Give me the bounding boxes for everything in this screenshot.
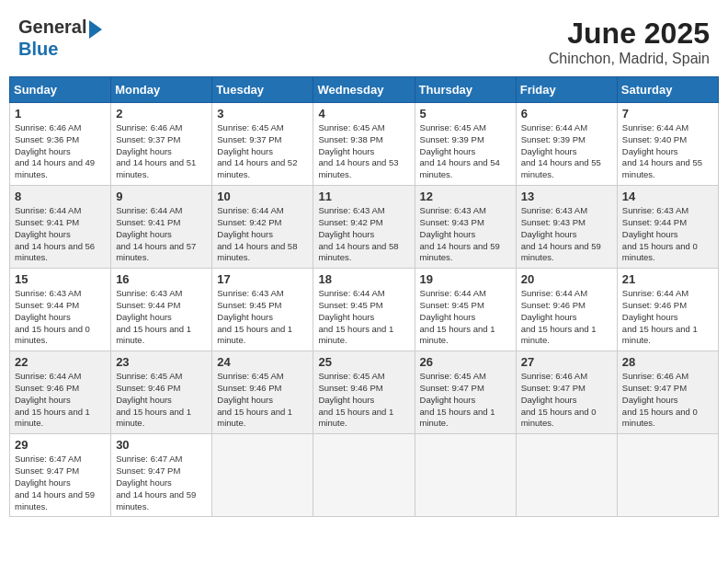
table-row: 26 Sunrise: 6:45 AMSunset: 9:47 PMDaylig… <box>415 351 516 434</box>
table-row: 22 Sunrise: 6:44 AMSunset: 9:46 PMDaylig… <box>10 351 111 434</box>
table-row: 2 Sunrise: 6:46 AMSunset: 9:37 PMDayligh… <box>111 103 212 186</box>
table-row: 3 Sunrise: 6:45 AMSunset: 9:37 PMDayligh… <box>212 103 313 186</box>
table-row: 6 Sunrise: 6:44 AMSunset: 9:39 PMDayligh… <box>516 103 617 186</box>
table-row: 14 Sunrise: 6:43 AMSunset: 9:44 PMDaylig… <box>617 186 718 269</box>
logo-blue-text: Blue <box>18 39 58 59</box>
page-header: General Blue June 2025 Chinchon, Madrid,… <box>9 9 719 71</box>
table-row <box>617 434 718 517</box>
table-row: 1 Sunrise: 6:46 AMSunset: 9:36 PMDayligh… <box>10 103 111 186</box>
logo: General Blue <box>18 17 102 60</box>
table-row: 10 Sunrise: 6:44 AMSunset: 9:42 PMDaylig… <box>212 186 313 269</box>
calendar-table: Sunday Monday Tuesday Wednesday Thursday… <box>9 76 719 517</box>
table-row <box>212 434 313 517</box>
table-row: 7 Sunrise: 6:44 AMSunset: 9:40 PMDayligh… <box>617 103 718 186</box>
table-row: 19 Sunrise: 6:44 AMSunset: 9:45 PMDaylig… <box>415 269 516 351</box>
col-sunday: Sunday <box>10 77 111 103</box>
col-friday: Friday <box>516 77 617 103</box>
table-row: 24 Sunrise: 6:45 AMSunset: 9:46 PMDaylig… <box>212 351 313 434</box>
col-monday: Monday <box>111 77 212 103</box>
table-row: 27 Sunrise: 6:46 AMSunset: 9:47 PMDaylig… <box>516 351 617 434</box>
calendar-week-row: 22 Sunrise: 6:44 AMSunset: 9:46 PMDaylig… <box>10 351 719 434</box>
title-area: June 2025 Chinchon, Madrid, Spain <box>549 17 710 67</box>
table-row: 25 Sunrise: 6:45 AMSunset: 9:46 PMDaylig… <box>313 351 415 434</box>
calendar-week-row: 8 Sunrise: 6:44 AMSunset: 9:41 PMDayligh… <box>10 186 719 269</box>
table-row: 18 Sunrise: 6:44 AMSunset: 9:45 PMDaylig… <box>313 269 415 351</box>
logo-general: General <box>18 17 86 37</box>
table-row: 20 Sunrise: 6:44 AMSunset: 9:46 PMDaylig… <box>516 269 617 351</box>
table-row: 21 Sunrise: 6:44 AMSunset: 9:46 PMDaylig… <box>617 269 718 351</box>
calendar-week-row: 15 Sunrise: 6:43 AMSunset: 9:44 PMDaylig… <box>10 269 719 351</box>
table-row <box>516 434 617 517</box>
table-row: 23 Sunrise: 6:45 AMSunset: 9:46 PMDaylig… <box>111 351 212 434</box>
calendar-header-row: Sunday Monday Tuesday Wednesday Thursday… <box>10 77 719 103</box>
month-title: June 2025 <box>549 17 710 51</box>
table-row: 8 Sunrise: 6:44 AMSunset: 9:41 PMDayligh… <box>10 186 111 269</box>
table-row: 28 Sunrise: 6:46 AMSunset: 9:47 PMDaylig… <box>617 351 718 434</box>
col-thursday: Thursday <box>415 77 516 103</box>
location-title: Chinchon, Madrid, Spain <box>549 51 710 67</box>
col-wednesday: Wednesday <box>313 77 415 103</box>
table-row: 30 Sunrise: 6:47 AMSunset: 9:47 PMDaylig… <box>111 434 212 517</box>
table-row: 13 Sunrise: 6:43 AMSunset: 9:43 PMDaylig… <box>516 186 617 269</box>
table-row: 29 Sunrise: 6:47 AMSunset: 9:47 PMDaylig… <box>10 434 111 517</box>
calendar-week-row: 1 Sunrise: 6:46 AMSunset: 9:36 PMDayligh… <box>10 103 719 186</box>
table-row <box>415 434 516 517</box>
col-saturday: Saturday <box>617 77 718 103</box>
table-row: 12 Sunrise: 6:43 AMSunset: 9:43 PMDaylig… <box>415 186 516 269</box>
table-row: 16 Sunrise: 6:43 AMSunset: 9:44 PMDaylig… <box>111 269 212 351</box>
table-row: 15 Sunrise: 6:43 AMSunset: 9:44 PMDaylig… <box>10 269 111 351</box>
table-row: 5 Sunrise: 6:45 AMSunset: 9:39 PMDayligh… <box>415 103 516 186</box>
table-row: 11 Sunrise: 6:43 AMSunset: 9:42 PMDaylig… <box>313 186 415 269</box>
calendar-week-row: 29 Sunrise: 6:47 AMSunset: 9:47 PMDaylig… <box>10 434 719 517</box>
table-row: 4 Sunrise: 6:45 AMSunset: 9:38 PMDayligh… <box>313 103 415 186</box>
table-row: 17 Sunrise: 6:43 AMSunset: 9:45 PMDaylig… <box>212 269 313 351</box>
table-row: 9 Sunrise: 6:44 AMSunset: 9:41 PMDayligh… <box>111 186 212 269</box>
col-tuesday: Tuesday <box>212 77 313 103</box>
table-row <box>313 434 415 517</box>
logo-arrow <box>89 20 102 39</box>
